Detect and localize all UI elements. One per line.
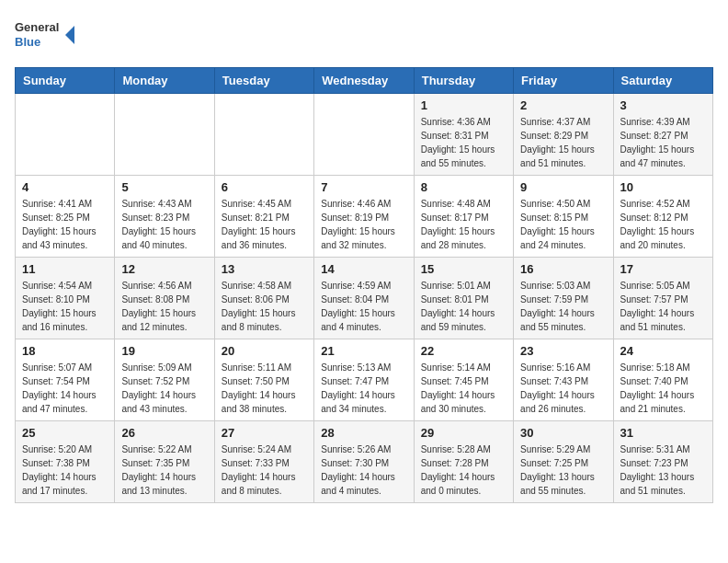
day-number: 8 [421, 180, 506, 194]
calendar-cell: 29Sunrise: 5:28 AM Sunset: 7:28 PM Dayli… [414, 421, 513, 503]
day-info: Sunrise: 5:14 AM Sunset: 7:45 PM Dayligh… [421, 361, 506, 416]
page-header: General Blue [15, 15, 713, 56]
calendar-body: 1Sunrise: 4:36 AM Sunset: 8:31 PM Daylig… [16, 94, 713, 503]
day-info: Sunrise: 4:48 AM Sunset: 8:17 PM Dayligh… [421, 197, 506, 252]
day-info: Sunrise: 5:18 AM Sunset: 7:40 PM Dayligh… [620, 361, 706, 416]
logo: General Blue [15, 15, 79, 56]
day-number: 29 [421, 426, 506, 440]
day-info: Sunrise: 5:13 AM Sunset: 7:47 PM Dayligh… [321, 361, 406, 416]
calendar-cell: 23Sunrise: 5:16 AM Sunset: 7:43 PM Dayli… [514, 339, 613, 421]
day-number: 30 [520, 426, 606, 440]
calendar-cell [214, 94, 313, 176]
day-number: 22 [421, 344, 506, 358]
calendar-cell: 12Sunrise: 4:56 AM Sunset: 8:08 PM Dayli… [115, 258, 214, 339]
day-info: Sunrise: 4:43 AM Sunset: 8:23 PM Dayligh… [121, 197, 207, 252]
day-number: 5 [121, 180, 207, 194]
day-info: Sunrise: 4:54 AM Sunset: 8:10 PM Dayligh… [22, 279, 108, 334]
calendar-cell: 13Sunrise: 4:58 AM Sunset: 8:06 PM Dayli… [214, 258, 313, 339]
day-number: 14 [321, 262, 406, 276]
day-number: 25 [22, 426, 108, 440]
day-info: Sunrise: 4:45 AM Sunset: 8:21 PM Dayligh… [222, 197, 307, 252]
day-info: Sunrise: 4:46 AM Sunset: 8:19 PM Dayligh… [321, 197, 406, 252]
calendar-cell: 27Sunrise: 5:24 AM Sunset: 7:33 PM Dayli… [214, 421, 313, 503]
day-info: Sunrise: 4:52 AM Sunset: 8:12 PM Dayligh… [620, 197, 706, 252]
day-number: 28 [321, 426, 406, 440]
calendar-cell: 3Sunrise: 4:39 AM Sunset: 8:27 PM Daylig… [613, 94, 712, 176]
day-info: Sunrise: 5:05 AM Sunset: 7:57 PM Dayligh… [620, 279, 706, 334]
day-number: 17 [620, 262, 706, 276]
calendar-cell: 17Sunrise: 5:05 AM Sunset: 7:57 PM Dayli… [613, 258, 712, 339]
day-info: Sunrise: 4:59 AM Sunset: 8:04 PM Dayligh… [321, 279, 406, 334]
calendar-cell: 19Sunrise: 5:09 AM Sunset: 7:52 PM Dayli… [115, 339, 214, 421]
day-number: 23 [520, 344, 606, 358]
day-header-sunday: Sunday [16, 68, 115, 94]
day-number: 16 [520, 262, 606, 276]
day-header-tuesday: Tuesday [214, 68, 313, 94]
day-info: Sunrise: 4:39 AM Sunset: 8:27 PM Dayligh… [620, 115, 706, 170]
day-number: 12 [121, 262, 207, 276]
calendar-cell [16, 94, 115, 176]
calendar-cell: 31Sunrise: 5:31 AM Sunset: 7:23 PM Dayli… [613, 421, 712, 503]
calendar-cell: 24Sunrise: 5:18 AM Sunset: 7:40 PM Dayli… [613, 339, 712, 421]
calendar-cell: 28Sunrise: 5:26 AM Sunset: 7:30 PM Dayli… [314, 421, 414, 503]
svg-text:Blue: Blue [15, 35, 40, 49]
day-info: Sunrise: 5:07 AM Sunset: 7:54 PM Dayligh… [22, 361, 108, 416]
calendar-cell [115, 94, 214, 176]
day-number: 15 [421, 262, 506, 276]
day-info: Sunrise: 4:50 AM Sunset: 8:15 PM Dayligh… [520, 197, 606, 252]
svg-text:General: General [15, 20, 59, 34]
week-row-5: 25Sunrise: 5:20 AM Sunset: 7:38 PM Dayli… [16, 421, 713, 503]
calendar-cell: 30Sunrise: 5:29 AM Sunset: 7:25 PM Dayli… [514, 421, 613, 503]
day-number: 26 [121, 426, 207, 440]
day-number: 20 [222, 344, 307, 358]
day-number: 4 [22, 180, 108, 194]
day-info: Sunrise: 4:37 AM Sunset: 8:29 PM Dayligh… [520, 115, 606, 170]
calendar-cell: 8Sunrise: 4:48 AM Sunset: 8:17 PM Daylig… [414, 176, 513, 258]
day-header-friday: Friday [514, 68, 613, 94]
day-number: 6 [222, 180, 307, 194]
calendar-cell: 7Sunrise: 4:46 AM Sunset: 8:19 PM Daylig… [314, 176, 414, 258]
day-info: Sunrise: 5:29 AM Sunset: 7:25 PM Dayligh… [520, 442, 606, 498]
day-header-wednesday: Wednesday [314, 68, 414, 94]
day-number: 24 [620, 344, 706, 358]
week-row-3: 11Sunrise: 4:54 AM Sunset: 8:10 PM Dayli… [16, 258, 713, 339]
calendar-cell: 26Sunrise: 5:22 AM Sunset: 7:35 PM Dayli… [115, 421, 214, 503]
calendar-cell: 15Sunrise: 5:01 AM Sunset: 8:01 PM Dayli… [414, 258, 513, 339]
calendar-cell: 1Sunrise: 4:36 AM Sunset: 8:31 PM Daylig… [414, 94, 513, 176]
calendar-cell [314, 94, 414, 176]
day-info: Sunrise: 5:22 AM Sunset: 7:35 PM Dayligh… [121, 442, 207, 498]
day-header-thursday: Thursday [414, 68, 513, 94]
calendar-cell: 10Sunrise: 4:52 AM Sunset: 8:12 PM Dayli… [613, 176, 712, 258]
calendar-cell: 5Sunrise: 4:43 AM Sunset: 8:23 PM Daylig… [115, 176, 214, 258]
calendar-cell: 25Sunrise: 5:20 AM Sunset: 7:38 PM Dayli… [16, 421, 115, 503]
day-number: 31 [620, 426, 706, 440]
day-info: Sunrise: 5:26 AM Sunset: 7:30 PM Dayligh… [321, 442, 406, 498]
logo-svg: General Blue [15, 15, 79, 56]
day-info: Sunrise: 5:09 AM Sunset: 7:52 PM Dayligh… [121, 361, 207, 416]
day-info: Sunrise: 5:20 AM Sunset: 7:38 PM Dayligh… [22, 442, 108, 498]
day-info: Sunrise: 4:56 AM Sunset: 8:08 PM Dayligh… [121, 279, 207, 334]
day-header-saturday: Saturday [613, 68, 712, 94]
calendar-header-row: SundayMondayTuesdayWednesdayThursdayFrid… [16, 68, 713, 94]
day-info: Sunrise: 5:31 AM Sunset: 7:23 PM Dayligh… [620, 442, 706, 498]
day-info: Sunrise: 5:03 AM Sunset: 7:59 PM Dayligh… [520, 279, 606, 334]
day-info: Sunrise: 5:28 AM Sunset: 7:28 PM Dayligh… [421, 442, 506, 498]
day-number: 27 [222, 426, 307, 440]
week-row-1: 1Sunrise: 4:36 AM Sunset: 8:31 PM Daylig… [16, 94, 713, 176]
day-number: 7 [321, 180, 406, 194]
day-number: 1 [421, 98, 506, 112]
svg-marker-2 [65, 26, 74, 44]
calendar-cell: 4Sunrise: 4:41 AM Sunset: 8:25 PM Daylig… [16, 176, 115, 258]
day-number: 9 [520, 180, 606, 194]
week-row-2: 4Sunrise: 4:41 AM Sunset: 8:25 PM Daylig… [16, 176, 713, 258]
calendar-cell: 11Sunrise: 4:54 AM Sunset: 8:10 PM Dayli… [16, 258, 115, 339]
calendar-cell: 9Sunrise: 4:50 AM Sunset: 8:15 PM Daylig… [514, 176, 613, 258]
day-number: 13 [222, 262, 307, 276]
calendar-cell: 20Sunrise: 5:11 AM Sunset: 7:50 PM Dayli… [214, 339, 313, 421]
calendar-cell: 6Sunrise: 4:45 AM Sunset: 8:21 PM Daylig… [214, 176, 313, 258]
day-number: 19 [121, 344, 207, 358]
day-number: 11 [22, 262, 108, 276]
calendar-cell: 16Sunrise: 5:03 AM Sunset: 7:59 PM Dayli… [514, 258, 613, 339]
day-info: Sunrise: 4:36 AM Sunset: 8:31 PM Dayligh… [421, 115, 506, 170]
day-number: 2 [520, 98, 606, 112]
